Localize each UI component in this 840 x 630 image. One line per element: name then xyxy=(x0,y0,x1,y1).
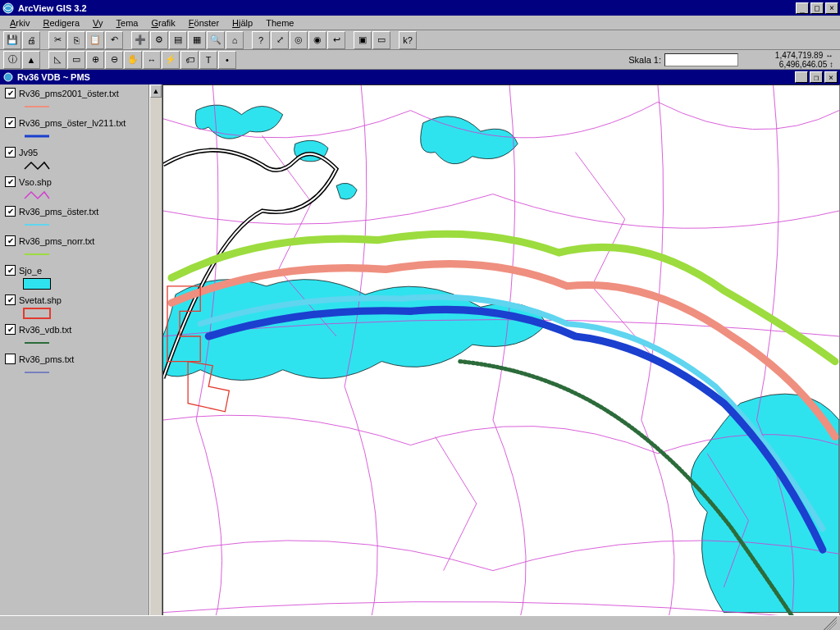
view-titlebar: Rv36 VDB ~ PMS _ ❐ × xyxy=(0,70,840,84)
app-title: ArcView GIS 3.2 xyxy=(18,3,796,13)
query-icon[interactable]: ? xyxy=(252,31,270,49)
scroll-track[interactable] xyxy=(150,98,162,617)
menu-fonster[interactable]: Fönster xyxy=(182,16,226,30)
zoom-active-icon[interactable]: ◎ xyxy=(290,31,308,49)
app-icon xyxy=(2,2,15,15)
cut-icon[interactable]: ✂ xyxy=(48,31,66,49)
layer-checkbox[interactable]: ✔ xyxy=(5,206,16,217)
layer-checkbox[interactable]: ✔ xyxy=(5,88,16,98)
layer-swatch xyxy=(23,367,51,378)
view-icon xyxy=(2,71,14,83)
layer-swatch xyxy=(23,308,51,319)
open-table-icon[interactable]: ▦ xyxy=(188,31,206,49)
layer-name: Jv95 xyxy=(19,148,38,158)
layer-checkbox[interactable]: ✔ xyxy=(5,147,16,158)
layer-item[interactable]: ✔Rv36_pms_öster.txt xyxy=(2,206,147,231)
add-theme-icon[interactable]: ➕ xyxy=(131,31,149,49)
menu-theme[interactable]: Theme xyxy=(259,16,300,30)
menu-vy[interactable]: Vy xyxy=(86,16,109,30)
layer-swatch xyxy=(23,337,51,349)
copy-icon[interactable]: ⎘ xyxy=(67,31,85,49)
child-restore-button[interactable]: ❐ xyxy=(810,71,823,83)
layer-item[interactable]: ✔Vso.shp xyxy=(2,176,147,201)
layer-swatch xyxy=(23,101,51,112)
scroll-up-icon[interactable]: ▲ xyxy=(150,84,162,98)
locate-address-icon[interactable]: ⌂ xyxy=(226,31,244,49)
toolbar-standard: 💾🖨✂⎘📋↶➕⚙▤▦🔍⌂?⤢◎◉↩▣▭k? xyxy=(0,30,840,50)
layer-name: Rv36_pms2001_öster.txt xyxy=(19,89,119,98)
layer-name: Vso.shp xyxy=(19,177,52,187)
layer-name: Rv36_pms.txt xyxy=(19,354,74,364)
layer-name: Sjo_e xyxy=(19,266,42,276)
map-canvas[interactable] xyxy=(162,84,840,630)
svg-point-0 xyxy=(3,3,13,13)
layer-checkbox[interactable]: ✔ xyxy=(5,176,16,187)
clear-selection-icon[interactable]: ▭ xyxy=(372,31,390,49)
layer-swatch xyxy=(23,160,51,171)
layer-checkbox[interactable]: ✔ xyxy=(5,324,16,335)
resize-grip-icon[interactable] xyxy=(824,617,837,630)
menubar: Arkiv Redigera Vy Tema Grafik Fönster Hj… xyxy=(0,16,840,30)
paste-icon[interactable]: 📋 xyxy=(86,31,104,49)
svg-point-1 xyxy=(4,73,12,81)
child-minimize-button[interactable]: _ xyxy=(795,71,808,83)
measure-icon[interactable]: ↔ xyxy=(143,51,161,69)
zoom-full-icon[interactable]: ⤢ xyxy=(271,31,289,49)
find-icon[interactable]: 🔍 xyxy=(207,31,225,49)
help-icon[interactable]: k? xyxy=(399,31,417,49)
select-by-theme-icon[interactable]: ▣ xyxy=(354,31,372,49)
save-icon[interactable]: 💾 xyxy=(3,31,21,49)
layer-item[interactable]: ✔Sjo_e xyxy=(2,265,147,290)
pointer-icon[interactable]: ▲ xyxy=(22,51,40,69)
menu-redigera[interactable]: Redigera xyxy=(36,16,86,30)
app-titlebar: ArcView GIS 3.2 _ □ × xyxy=(0,0,840,16)
zoom-out-icon[interactable]: ⊖ xyxy=(105,51,123,69)
layer-checkbox[interactable]: ✔ xyxy=(5,294,16,305)
menu-arkiv[interactable]: Arkiv xyxy=(3,16,36,30)
layer-name: Rv36_vdb.txt xyxy=(19,325,71,335)
zoom-prev-icon[interactable]: ↩ xyxy=(327,31,345,49)
layer-item[interactable]: ✔Rv36_vdb.txt xyxy=(2,324,147,349)
zoom-in-icon[interactable]: ⊕ xyxy=(86,51,104,69)
menu-grafik[interactable]: Grafik xyxy=(144,16,181,30)
toc-scrollbar[interactable]: ▲ ▼ xyxy=(149,84,162,630)
table-of-contents[interactable]: ✔Rv36_pms2001_öster.txt✔Rv36_pms_öster_l… xyxy=(0,84,149,630)
statusbar xyxy=(0,615,840,630)
maximize-button[interactable]: □ xyxy=(810,2,824,14)
view-title: Rv36 VDB ~ PMS xyxy=(17,72,795,82)
zoom-selected-icon[interactable]: ◉ xyxy=(308,31,326,49)
menu-tema[interactable]: Tema xyxy=(110,16,145,30)
close-button[interactable]: × xyxy=(825,2,838,14)
layer-checkbox[interactable]: ✔ xyxy=(5,265,16,276)
layer-item[interactable]: ✔Svetat.shp xyxy=(2,294,147,319)
layer-item[interactable]: ✔Rv36_pms2001_öster.txt xyxy=(2,88,147,112)
edit-legend-icon[interactable]: ▤ xyxy=(169,31,187,49)
layer-swatch xyxy=(23,249,51,260)
draw-icon[interactable]: • xyxy=(218,51,236,69)
undo-icon[interactable]: ↶ xyxy=(105,31,123,49)
layer-item[interactable]: ✔Rv36_pms_norr.txt xyxy=(2,235,147,260)
pan-icon[interactable]: ✋ xyxy=(124,51,142,69)
identify-icon[interactable]: ⓘ xyxy=(3,51,21,69)
layer-checkbox[interactable] xyxy=(5,354,16,364)
scale-input[interactable] xyxy=(664,53,738,66)
hotlink-icon[interactable]: ⚡ xyxy=(162,51,180,69)
select-feature-icon[interactable]: ▭ xyxy=(67,51,85,69)
theme-props-icon[interactable]: ⚙ xyxy=(150,31,168,49)
label-icon[interactable]: 🏷 xyxy=(180,51,199,69)
layer-item[interactable]: ✔Jv95 xyxy=(2,147,147,171)
layer-checkbox[interactable]: ✔ xyxy=(5,235,16,246)
layer-checkbox[interactable]: ✔ xyxy=(5,117,16,128)
layer-item[interactable]: Rv36_pms.txt xyxy=(2,354,147,378)
work-area: ✔Rv36_pms2001_öster.txt✔Rv36_pms_öster_l… xyxy=(0,84,840,630)
map-svg xyxy=(163,85,839,629)
vertex-edit-icon[interactable]: ◺ xyxy=(48,51,66,69)
text-icon[interactable]: T xyxy=(199,51,217,69)
minimize-button[interactable]: _ xyxy=(796,2,809,14)
layer-name: Svetat.shp xyxy=(19,295,62,305)
menu-hjalp[interactable]: Hjälp xyxy=(226,16,259,30)
layer-swatch xyxy=(23,219,51,231)
print-icon[interactable]: 🖨 xyxy=(22,31,40,49)
child-close-button[interactable]: × xyxy=(824,71,838,83)
layer-item[interactable]: ✔Rv36_pms_öster_lv211.txt xyxy=(2,117,147,142)
